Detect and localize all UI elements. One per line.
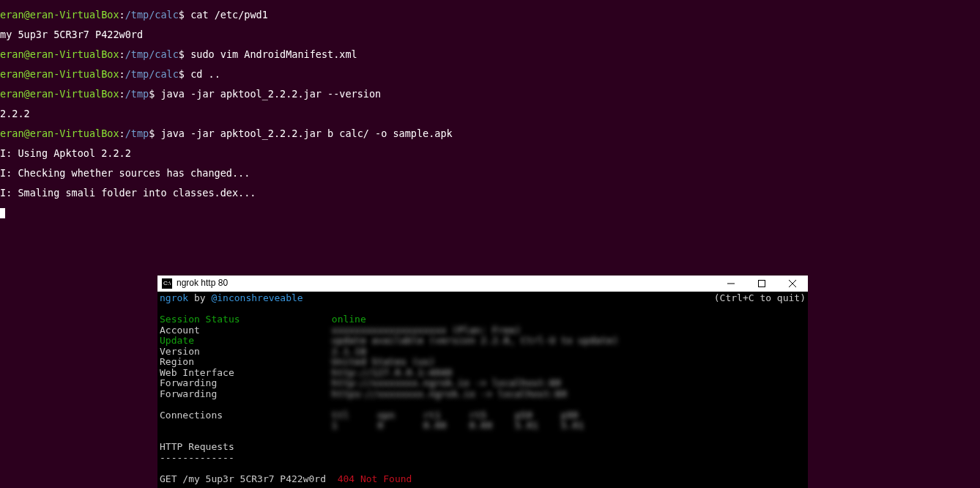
ngrok-body[interactable]: ngrok by @inconshreveable(Ctrl+C to quit… <box>157 292 808 486</box>
output-build-line: I: Using Apktool 2.2.2 <box>0 149 980 159</box>
label-session: Session Status <box>160 314 240 325</box>
minimize-button[interactable] <box>716 276 746 292</box>
label-web-interface: Web Interface <box>160 367 234 378</box>
label-version: Version <box>160 346 200 357</box>
ngrok-window[interactable]: C:\ ngrok http 80 ngrok by @inconshrevea… <box>157 276 808 488</box>
command-java-build: java -jar apktool_2.2.2.jar b calc/ -o s… <box>160 127 452 139</box>
output-build-line: I: Checking whether sources has changed.… <box>0 169 980 179</box>
value-connections-header-redacted: ttl opn rt1 rt5 p50 p90 <box>332 410 579 421</box>
close-button[interactable] <box>777 276 808 292</box>
cursor <box>0 208 5 218</box>
ngrok-brand: ngrok <box>160 292 188 303</box>
prompt-user: eran@eran-VirtualBox <box>0 88 119 100</box>
prompt-path: /tmp/calc <box>125 9 179 21</box>
svg-rect-1 <box>759 281 765 287</box>
maximize-button[interactable] <box>746 276 777 292</box>
value-account-redacted: xxxxxxxxxxxxxxxxxxxx (Plan: Free) <box>332 325 521 336</box>
label-connections: Connections <box>160 410 223 421</box>
command-cd: cd .. <box>190 68 220 80</box>
value-region-redacted: United States (us) <box>332 356 435 367</box>
label-region: Region <box>160 356 194 367</box>
background-terminal[interactable]: eran@eran-VirtualBox:/tmp/calc$ cat /etc… <box>0 0 980 228</box>
prompt-path: /tmp <box>125 127 149 139</box>
prompt-path: /tmp/calc <box>125 68 179 80</box>
ngrok-by: by <box>188 292 211 303</box>
value-web-redacted: http://127.0.0.1:4040 <box>332 367 452 378</box>
titlebar[interactable]: C:\ ngrok http 80 <box>157 276 808 292</box>
prompt-path: /tmp <box>125 88 149 100</box>
prompt-user: eran@eran-VirtualBox <box>0 68 119 80</box>
value-update-redacted: update available (version 2.2.8, Ctrl-U … <box>332 335 618 346</box>
value-forwarding-redacted: https://xxxxxxxx.ngrok.io -> localhost:8… <box>332 388 567 399</box>
prompt-user: eran@eran-VirtualBox <box>0 127 119 139</box>
prompt-user: eran@eran-VirtualBox <box>0 48 119 60</box>
output-build-line: I: Smaling smali folder into classes.dex… <box>0 188 980 199</box>
value-version-redacted: 2.1.18 <box>332 346 366 357</box>
http-requests-divider: ------------- <box>160 452 234 463</box>
prompt-user: eran@eran-VirtualBox <box>0 9 119 21</box>
request-line: GET /my 5up3r 5CR3r7 P422w0rd <box>160 473 338 484</box>
label-forwarding: Forwarding <box>160 377 217 388</box>
value-connections-row-redacted: 1 0 0.00 0.00 5.01 5.01 <box>332 420 584 431</box>
prompt-path: /tmp/calc <box>125 48 179 60</box>
ngrok-quit-hint: (Ctrl+C to quit) <box>714 293 806 304</box>
value-forwarding-redacted: http://xxxxxxxx.ngrok.io -> localhost:80 <box>332 377 561 388</box>
output-pwd: my 5up3r 5CR3r7 P422w0rd <box>0 30 980 40</box>
label-account: Account <box>160 325 200 336</box>
request-status: 404 Not Found <box>338 473 412 484</box>
command-java-version: java -jar apktool_2.2.2.jar --version <box>160 88 381 100</box>
command-cat: cat /etc/pwd1 <box>190 9 268 21</box>
value-session: online <box>332 314 366 325</box>
output-version: 2.2.2 <box>0 109 980 119</box>
label-forwarding: Forwarding <box>160 388 217 399</box>
terminal-app-icon: C:\ <box>162 278 172 289</box>
label-update: Update <box>160 335 194 346</box>
command-sudo-vim: sudo vim AndroidManifest.xml <box>190 48 357 60</box>
label-http-requests: HTTP Requests <box>160 441 234 452</box>
window-title: ngrok http 80 <box>177 278 228 289</box>
ngrok-author: @inconshreveable <box>211 292 302 303</box>
